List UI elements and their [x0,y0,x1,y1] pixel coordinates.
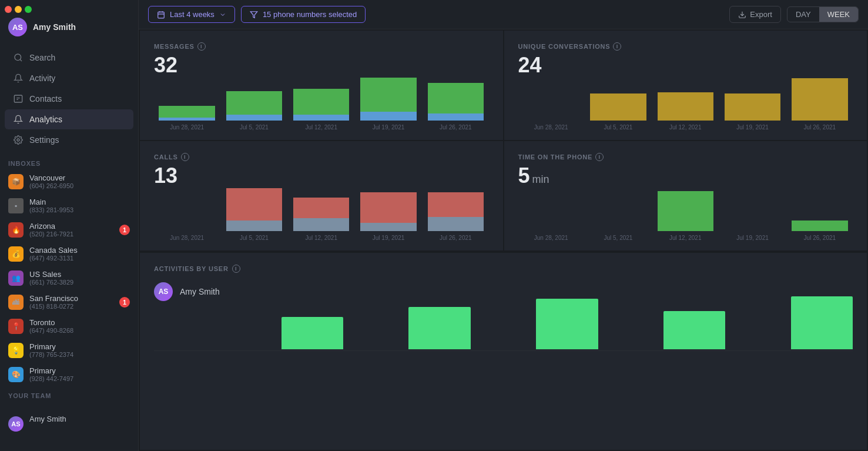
bar-stack [787,78,853,121]
act-bar-4 [408,307,470,349]
sidebar-item-settings[interactable]: Settings [5,130,133,150]
contacts-icon [13,93,24,104]
export-icon [738,11,746,19]
bar-stack [289,86,354,121]
bar-gold [658,92,713,121]
unique-conversations-info-icon[interactable]: i [613,42,621,51]
inbox-info-san-francisco: San Francisco (415) 818-0272 [29,294,113,310]
calls-label: CALLS i [154,153,489,161]
bar-red [360,192,416,223]
inbox-avatar-vancouver: 📦 [8,174,24,189]
inbox-item-toronto[interactable]: 📍 Toronto (647) 490-8268 [0,314,138,338]
view-week-button[interactable]: WEEK [819,7,858,22]
bar-stack [423,192,488,231]
bar-stack [423,82,488,121]
inbox-item-main[interactable]: ▪ Main (833) 281-9953 [0,193,138,218]
traffic-light-yellow[interactable] [15,6,22,13]
calls-info-icon[interactable]: i [181,153,189,161]
act-bar-2 [281,317,343,349]
time-on-phone-value: 5min [518,163,853,188]
inbox-item-canada-sales[interactable]: 💰 Canada Sales (647) 492-3131 [0,242,138,266]
bar-stack [585,93,651,121]
user-name: Amy Smith [33,22,76,32]
inbox-item-vancouver[interactable]: 📦 Vancouver (604) 262-6950 [0,169,138,193]
bar-blue [293,218,349,231]
inbox-badge-arizona: 1 [119,225,130,235]
inbox-name-vancouver: Vancouver [29,173,130,182]
activities-user-name: Amy Smith [180,287,220,296]
inbox-name-us-sales: US Sales [29,270,130,279]
bar-date: Jun 28, 2021 [170,235,204,241]
bar-stack [787,221,853,231]
sidebar-item-activity[interactable]: Activity [5,68,133,88]
svg-marker-4 [250,11,257,18]
activities-info-icon[interactable]: i [232,265,240,273]
bar-group-3: Jul 19, 2021 [356,192,421,241]
inbox-phone-vancouver: (604) 262-6950 [29,182,130,189]
inbox-item-primary2[interactable]: 🎨 Primary (928) 442-7497 [0,362,138,386]
bar-date: Jun 28, 2021 [534,235,568,241]
bar-red [293,198,349,218]
time-on-phone-bars: Jun 28, 2021 Jul 5, 2021 Jul 12, 2021 Ju… [518,195,853,242]
inbox-info-vancouver: Vancouver (604) 262-6950 [29,173,130,189]
bar-group-3: Jul 19, 2021 [719,93,785,131]
inboxes-label: Inboxes [0,154,138,169]
bar-date: Jul 12, 2021 [305,124,337,131]
inbox-phone-san-francisco: (415) 818-0272 [29,303,113,310]
bell-icon [13,73,24,83]
gear-icon [13,135,24,145]
bar-date: Jul 26, 2021 [440,235,472,241]
bar-blue [360,223,416,231]
inbox-name-main: Main [29,198,130,206]
unique-conversations-value: 24 [518,53,853,78]
inbox-item-primary1[interactable]: 💡 Primary (778) 765-2374 [0,338,138,362]
phone-filter-button[interactable]: 15 phone numbers selected [241,6,366,23]
team-name-amy: Amy Smith [29,415,130,423]
traffic-light-red[interactable] [5,6,12,13]
export-button[interactable]: Export [729,6,781,23]
calendar-icon [157,11,165,19]
inbox-item-us-sales[interactable]: 👥 US Sales (661) 762-3829 [0,266,138,290]
inbox-avatar-us-sales: 👥 [8,270,24,286]
bar-green [428,83,484,113]
bar-date: Jul 19, 2021 [736,124,769,131]
view-day-button[interactable]: DAY [787,7,819,22]
sidebar-header: AS Amy Smith [0,0,138,44]
messages-info-icon[interactable]: i [197,42,206,51]
avatar[interactable]: AS [8,18,27,36]
svg-point-0 [15,54,21,61]
bar-green [658,191,713,231]
bar-group-1: Jul 5, 2021 [221,88,287,131]
time-on-phone-info-icon[interactable]: i [595,153,604,161]
sidebar-item-search[interactable]: Search [5,48,133,68]
unique-conversations-bars: Jun 28, 2021 Jul 5, 2021 Jul 12, 2021 [518,85,853,132]
view-toggle: DAY WEEK [787,6,859,22]
bar-blue [360,112,416,121]
bar-date: Jul 12, 2021 [669,124,702,131]
bar-stack [719,93,785,121]
bar-date: Jul 5, 2021 [604,235,632,241]
messages-bars: Jun 28, 2021 Jul 5, 2021 Jul 12, 2021 [154,85,489,132]
date-filter-button[interactable]: Last 4 weeks [148,6,235,23]
sidebar-item-label-analytics: Analytics [29,115,62,124]
bar-group-4: Jul 26, 2021 [423,192,488,241]
inbox-phone-arizona: (520) 216-7921 [29,230,113,238]
inbox-name-san-francisco: San Francisco [29,294,113,303]
sidebar-item-label-search: Search [29,53,55,62]
team-member-amy[interactable]: AS Amy Smith [0,402,138,436]
inbox-item-san-francisco[interactable]: 🏙 San Francisco (415) 818-0272 1 [0,290,138,314]
sidebar-item-contacts[interactable]: Contacts [5,89,133,109]
sidebar-item-analytics[interactable]: Analytics [5,109,133,129]
charts-grid: MESSAGES i 32 Jun 28, 2021 Ju [139,29,868,252]
bar-group-0: Jun 28, 2021 [154,103,220,131]
inbox-phone-us-sales: (661) 762-3829 [29,279,130,286]
bar-group-3: Jul 19, 2021 [356,76,421,131]
inbox-item-arizona[interactable]: 🔥 Arizona (520) 216-7921 1 [0,218,138,242]
activities-header: ACTIVITIES BY USER i [154,265,853,273]
filter-icon [250,11,258,19]
time-on-phone-label: TIME ON THE PHONE i [518,153,853,161]
bar-green [360,78,416,112]
main-content: Last 4 weeks 15 phone numbers selected E… [139,0,868,451]
inbox-avatar-primary1: 💡 [8,343,24,358]
traffic-light-green[interactable] [25,6,32,13]
